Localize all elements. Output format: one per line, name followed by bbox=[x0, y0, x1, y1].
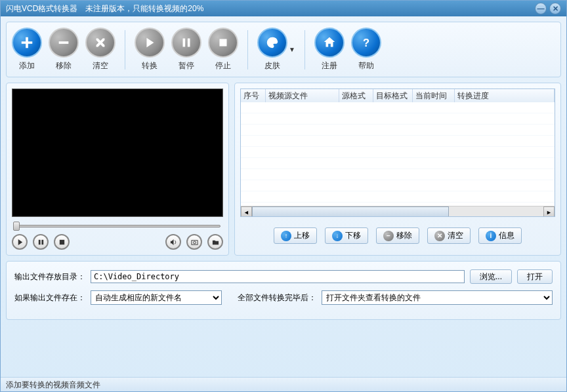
main-toolbar: 添加 移除 清空 转换 暂停 停止 皮肤 ▼ bbox=[6, 22, 561, 77]
x-icon: ✕ bbox=[434, 231, 445, 241]
move-down-button[interactable]: ↓下移 bbox=[325, 227, 368, 244]
remove-button[interactable]: 移除 bbox=[49, 28, 79, 71]
separator bbox=[304, 30, 305, 69]
preview-stop-button[interactable] bbox=[54, 234, 70, 250]
svg-rect-0 bbox=[59, 41, 69, 44]
stop-icon bbox=[58, 239, 66, 246]
list-clear-button[interactable]: ✕清空 bbox=[427, 227, 471, 244]
window-title: 闪电VCD格式转换器 未注册版本，只能转换视频的20% bbox=[6, 3, 532, 14]
horizontal-scrollbar[interactable]: ◄ ► bbox=[241, 206, 555, 217]
col-seq: 序号 bbox=[241, 89, 266, 102]
close-button[interactable]: ✕ bbox=[549, 3, 561, 14]
scroll-thumb[interactable] bbox=[252, 206, 449, 217]
stop-icon bbox=[216, 35, 230, 50]
x-icon bbox=[93, 35, 108, 50]
table-header: 序号 视频源文件 源格式 目标格式 当前时间 转换进度 bbox=[241, 89, 555, 102]
after-convert-select[interactable]: 打开文件夹查看转换的文件 bbox=[322, 290, 553, 305]
help-button[interactable]: ? 帮助 bbox=[351, 28, 381, 71]
after-convert-label: 全部文件转换完毕后： bbox=[238, 292, 316, 304]
info-icon: i bbox=[486, 231, 496, 241]
browse-button[interactable]: 浏览... bbox=[470, 269, 512, 284]
file-list-panel: 序号 视频源文件 源格式 目标格式 当前时间 转换进度 ◄ ► ↑上移 ↓下移 … bbox=[234, 83, 561, 256]
info-button[interactable]: i信息 bbox=[478, 227, 522, 244]
col-progress: 转换进度 bbox=[455, 89, 555, 102]
status-text: 添加要转换的视频音频文件 bbox=[6, 380, 100, 389]
svg-rect-6 bbox=[41, 239, 43, 244]
pause-icon bbox=[37, 239, 45, 246]
play-icon bbox=[142, 35, 157, 50]
help-icon: ? bbox=[359, 35, 373, 50]
volume-button[interactable] bbox=[165, 234, 181, 250]
preview-play-button[interactable] bbox=[12, 234, 28, 250]
camera-icon bbox=[191, 239, 198, 246]
separator bbox=[125, 30, 125, 69]
col-srcfmt: 源格式 bbox=[339, 89, 373, 102]
svg-rect-3 bbox=[220, 39, 227, 47]
arrow-down-icon: ↓ bbox=[332, 231, 343, 241]
convert-button[interactable]: 转换 bbox=[135, 28, 165, 71]
col-source: 视频源文件 bbox=[266, 89, 339, 102]
folder-button[interactable] bbox=[207, 234, 223, 250]
col-curtime: 当前时间 bbox=[413, 89, 455, 102]
skin-icon bbox=[265, 35, 280, 50]
minimize-button[interactable]: — bbox=[535, 3, 547, 14]
scroll-right-button[interactable]: ► bbox=[543, 206, 555, 217]
clear-button[interactable]: 清空 bbox=[85, 28, 116, 71]
col-tgtfmt: 目标格式 bbox=[373, 89, 413, 102]
stop-button[interactable]: 停止 bbox=[208, 28, 238, 71]
if-exists-label: 如果输出文件存在： bbox=[14, 292, 85, 304]
output-dir-input[interactable] bbox=[91, 270, 465, 283]
open-folder-button[interactable]: 打开 bbox=[517, 269, 553, 284]
output-dir-label: 输出文件存放目录： bbox=[14, 271, 85, 283]
speaker-icon bbox=[170, 239, 177, 246]
folder-icon bbox=[212, 239, 219, 246]
minus-icon bbox=[56, 35, 71, 50]
snapshot-button[interactable] bbox=[186, 234, 202, 250]
scroll-left-button[interactable]: ◄ bbox=[241, 206, 252, 217]
svg-rect-7 bbox=[59, 239, 64, 244]
svg-text:?: ? bbox=[363, 37, 369, 49]
main-window: 闪电VCD格式转换器 未注册版本，只能转换视频的20% — ✕ 添加 移除 清空… bbox=[0, 0, 567, 392]
pause-icon bbox=[179, 35, 194, 50]
separator bbox=[247, 30, 248, 69]
list-remove-button[interactable]: −移除 bbox=[376, 227, 419, 244]
if-exists-select[interactable]: 自动生成相应的新文件名 bbox=[91, 290, 222, 305]
status-bar: 添加要转换的视频音频文件 bbox=[1, 377, 566, 391]
arrow-up-icon: ↑ bbox=[281, 231, 291, 241]
table-body bbox=[241, 102, 555, 206]
home-icon bbox=[322, 35, 337, 50]
move-up-button[interactable]: ↑上移 bbox=[274, 227, 317, 244]
titlebar: 闪电VCD格式转换器 未注册版本，只能转换视频的20% — ✕ bbox=[1, 1, 566, 16]
svg-rect-5 bbox=[38, 239, 40, 244]
skin-dropdown-arrow[interactable]: ▼ bbox=[289, 46, 295, 53]
output-settings-panel: 输出文件存放目录： 浏览... 打开 如果输出文件存在： 自动生成相应的新文件名… bbox=[6, 261, 561, 320]
pause-button[interactable]: 暂停 bbox=[171, 28, 201, 71]
video-preview bbox=[12, 88, 223, 217]
svg-rect-1 bbox=[183, 39, 186, 47]
play-icon bbox=[16, 239, 24, 246]
preview-panel bbox=[6, 83, 229, 256]
register-button[interactable]: 注册 bbox=[314, 28, 345, 71]
file-table[interactable]: 序号 视频源文件 源格式 目标格式 当前时间 转换进度 ◄ ► bbox=[240, 88, 555, 217]
svg-rect-2 bbox=[188, 39, 190, 47]
add-button[interactable]: 添加 bbox=[12, 28, 42, 71]
plus-icon bbox=[20, 35, 34, 50]
svg-point-9 bbox=[193, 241, 196, 244]
skin-button[interactable]: 皮肤 bbox=[257, 28, 287, 71]
seek-slider[interactable] bbox=[12, 221, 223, 230]
minus-icon: − bbox=[383, 231, 394, 241]
preview-pause-button[interactable] bbox=[33, 234, 49, 250]
